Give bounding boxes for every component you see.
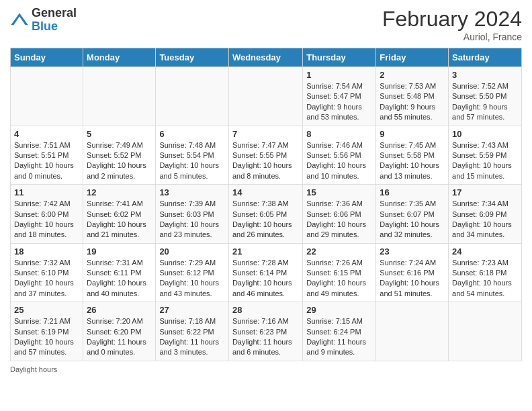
day-info: Sunrise: 7:41 AM Sunset: 6:02 PM Dayligh…: [87, 199, 152, 240]
column-header-thursday: Thursday: [303, 48, 376, 67]
day-number: 17: [452, 187, 518, 197]
day-info: Sunrise: 7:29 AM Sunset: 6:12 PM Dayligh…: [159, 258, 225, 300]
calendar-cell: 28Sunrise: 7:16 AM Sunset: 6:23 PM Dayli…: [228, 302, 302, 361]
day-info: Sunrise: 7:16 AM Sunset: 6:23 PM Dayligh…: [232, 316, 299, 358]
day-number: 20: [159, 246, 225, 257]
calendar-cell: 27Sunrise: 7:18 AM Sunset: 6:22 PM Dayli…: [156, 302, 229, 361]
calendar-table: SundayMondayTuesdayWednesdayThursdayFrid…: [10, 48, 522, 361]
column-header-saturday: Saturday: [449, 48, 522, 67]
calendar-cell: 25Sunrise: 7:21 AM Sunset: 6:19 PM Dayli…: [11, 302, 83, 361]
day-info: Sunrise: 7:28 AM Sunset: 6:14 PM Dayligh…: [232, 258, 299, 300]
calendar-cell: [228, 67, 302, 126]
day-info: Sunrise: 7:26 AM Sunset: 6:15 PM Dayligh…: [306, 258, 372, 300]
calendar-cell: 4Sunrise: 7:51 AM Sunset: 5:51 PM Daylig…: [11, 126, 83, 185]
day-info: Sunrise: 7:51 AM Sunset: 5:51 PM Dayligh…: [14, 140, 79, 182]
calendar-cell: 19Sunrise: 7:31 AM Sunset: 6:11 PM Dayli…: [83, 243, 156, 302]
calendar-cell: 9Sunrise: 7:45 AM Sunset: 5:58 PM Daylig…: [376, 126, 449, 185]
calendar-cell: 16Sunrise: 7:35 AM Sunset: 6:07 PM Dayli…: [376, 185, 449, 244]
logo-blue: Blue: [32, 20, 77, 34]
location-subtitle: Auriol, France: [382, 32, 522, 42]
day-number: 4: [14, 129, 79, 139]
day-info: Sunrise: 7:21 AM Sunset: 6:19 PM Dayligh…: [14, 316, 79, 358]
calendar-cell: 11Sunrise: 7:42 AM Sunset: 6:00 PM Dayli…: [11, 185, 83, 244]
day-info: Sunrise: 7:47 AM Sunset: 5:55 PM Dayligh…: [232, 140, 299, 182]
calendar-cell: 26Sunrise: 7:20 AM Sunset: 6:20 PM Dayli…: [83, 302, 156, 361]
column-header-tuesday: Tuesday: [156, 48, 229, 67]
calendar-week-row: 4Sunrise: 7:51 AM Sunset: 5:51 PM Daylig…: [11, 126, 522, 185]
logo-general: General: [32, 7, 77, 20]
calendar-week-row: 1Sunrise: 7:54 AM Sunset: 5:47 PM Daylig…: [11, 67, 522, 126]
day-number: 6: [159, 129, 225, 139]
calendar-week-row: 18Sunrise: 7:32 AM Sunset: 6:10 PM Dayli…: [11, 243, 522, 302]
day-number: 10: [452, 129, 518, 139]
day-info: Sunrise: 7:18 AM Sunset: 6:22 PM Dayligh…: [159, 316, 225, 358]
day-info: Sunrise: 7:39 AM Sunset: 6:03 PM Dayligh…: [159, 199, 225, 240]
day-info: Sunrise: 7:38 AM Sunset: 6:05 PM Dayligh…: [232, 199, 299, 240]
calendar-cell: [376, 302, 449, 361]
calendar-cell: 22Sunrise: 7:26 AM Sunset: 6:15 PM Dayli…: [303, 243, 376, 302]
day-number: 9: [380, 129, 445, 139]
calendar-cell: 2Sunrise: 7:53 AM Sunset: 5:48 PM Daylig…: [376, 67, 449, 126]
day-info: Sunrise: 7:49 AM Sunset: 5:52 PM Dayligh…: [87, 140, 152, 182]
day-number: 18: [14, 246, 79, 257]
footer: Daylight hours: [10, 365, 522, 373]
calendar-cell: 10Sunrise: 7:43 AM Sunset: 5:59 PM Dayli…: [449, 126, 522, 185]
column-header-sunday: Sunday: [11, 48, 83, 67]
day-info: Sunrise: 7:43 AM Sunset: 5:59 PM Dayligh…: [452, 140, 518, 182]
title-block: February 2024 Auriol, France: [382, 7, 522, 42]
calendar-cell: 23Sunrise: 7:24 AM Sunset: 6:16 PM Dayli…: [376, 243, 449, 302]
day-number: 29: [306, 305, 372, 315]
day-number: 16: [380, 187, 445, 197]
calendar-cell: [449, 302, 522, 361]
calendar-cell: 12Sunrise: 7:41 AM Sunset: 6:02 PM Dayli…: [83, 185, 156, 244]
day-number: 24: [452, 246, 518, 257]
day-info: Sunrise: 7:20 AM Sunset: 6:20 PM Dayligh…: [87, 316, 152, 358]
day-info: Sunrise: 7:53 AM Sunset: 5:48 PM Dayligh…: [380, 81, 445, 123]
day-number: 14: [232, 187, 299, 197]
day-info: Sunrise: 7:32 AM Sunset: 6:10 PM Dayligh…: [14, 258, 79, 300]
calendar-cell: 18Sunrise: 7:32 AM Sunset: 6:10 PM Dayli…: [11, 243, 83, 302]
month-year-title: February 2024: [382, 7, 522, 32]
day-number: 25: [14, 305, 79, 315]
logo-text: General Blue: [32, 7, 77, 34]
daylight-hours-label: Daylight hours: [10, 365, 57, 373]
day-info: Sunrise: 7:36 AM Sunset: 6:06 PM Dayligh…: [306, 199, 372, 240]
day-info: Sunrise: 7:15 AM Sunset: 6:24 PM Dayligh…: [306, 316, 372, 358]
day-number: 22: [306, 246, 372, 257]
column-header-monday: Monday: [83, 48, 156, 67]
calendar-cell: [83, 67, 156, 126]
day-number: 21: [232, 246, 299, 257]
day-number: 3: [452, 70, 518, 80]
calendar-cell: 14Sunrise: 7:38 AM Sunset: 6:05 PM Dayli…: [228, 185, 302, 244]
calendar-week-row: 11Sunrise: 7:42 AM Sunset: 6:00 PM Dayli…: [11, 185, 522, 244]
calendar-cell: 7Sunrise: 7:47 AM Sunset: 5:55 PM Daylig…: [228, 126, 302, 185]
day-info: Sunrise: 7:24 AM Sunset: 6:16 PM Dayligh…: [380, 258, 445, 300]
day-number: 12: [87, 187, 152, 197]
day-info: Sunrise: 7:35 AM Sunset: 6:07 PM Dayligh…: [380, 199, 445, 240]
day-number: 11: [14, 187, 79, 197]
day-info: Sunrise: 7:46 AM Sunset: 5:56 PM Dayligh…: [306, 140, 372, 182]
day-number: 8: [306, 129, 372, 139]
calendar-cell: [11, 67, 83, 126]
calendar-cell: 5Sunrise: 7:49 AM Sunset: 5:52 PM Daylig…: [83, 126, 156, 185]
day-number: 19: [87, 246, 152, 257]
column-header-wednesday: Wednesday: [228, 48, 302, 67]
day-number: 23: [380, 246, 445, 257]
calendar-cell: 15Sunrise: 7:36 AM Sunset: 6:06 PM Dayli…: [303, 185, 376, 244]
day-number: 1: [306, 70, 372, 80]
day-number: 26: [87, 305, 152, 315]
day-number: 5: [87, 129, 152, 139]
day-info: Sunrise: 7:52 AM Sunset: 5:50 PM Dayligh…: [452, 81, 518, 123]
day-info: Sunrise: 7:34 AM Sunset: 6:09 PM Dayligh…: [452, 199, 518, 240]
calendar-header-row: SundayMondayTuesdayWednesdayThursdayFrid…: [11, 48, 522, 67]
day-number: 7: [232, 129, 299, 139]
day-info: Sunrise: 7:42 AM Sunset: 6:00 PM Dayligh…: [14, 199, 79, 240]
day-info: Sunrise: 7:45 AM Sunset: 5:58 PM Dayligh…: [380, 140, 445, 182]
page-header: General Blue February 2024 Auriol, Franc…: [10, 7, 522, 42]
day-number: 2: [380, 70, 445, 80]
logo: General Blue: [10, 7, 77, 34]
day-number: 15: [306, 187, 372, 197]
calendar-cell: 1Sunrise: 7:54 AM Sunset: 5:47 PM Daylig…: [303, 67, 376, 126]
calendar-cell: 21Sunrise: 7:28 AM Sunset: 6:14 PM Dayli…: [228, 243, 302, 302]
calendar-cell: 29Sunrise: 7:15 AM Sunset: 6:24 PM Dayli…: [303, 302, 376, 361]
